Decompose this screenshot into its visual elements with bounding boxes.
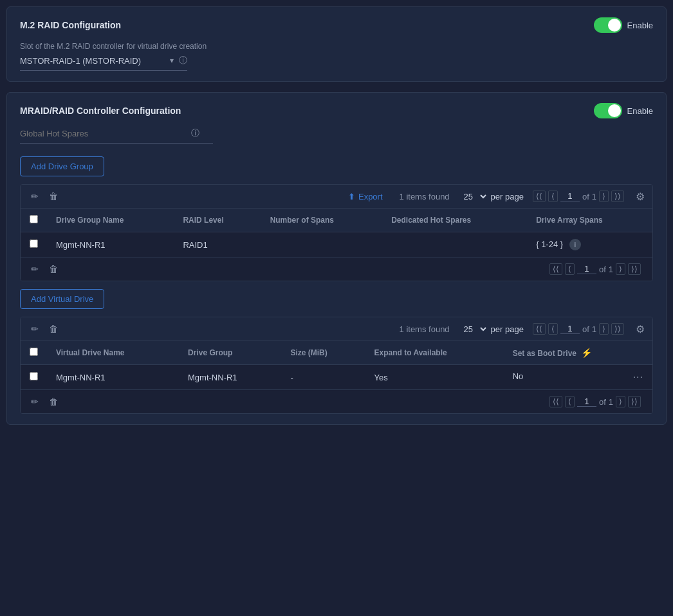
col-dedicated-hot-spares: Dedicated Hot Spares bbox=[382, 209, 527, 232]
virtual-drive-per-page-select[interactable]: 2550100 bbox=[461, 324, 488, 335]
vd-bottom-next-page[interactable]: ⟩ bbox=[616, 396, 625, 407]
vd-row-select[interactable] bbox=[30, 372, 38, 380]
drive-group-top-toolbar: ✏ 🗑 ⬆ Export 1 items found 2550100 per p… bbox=[21, 185, 652, 209]
m2-raid-section: M.2 RAID Configuration Enable Slot of th… bbox=[6, 6, 667, 82]
col-raid-level: RAID Level bbox=[174, 209, 261, 232]
vd-bottom-edit-icon[interactable]: ✏ bbox=[28, 395, 41, 408]
mraid-enable-label: Enable bbox=[627, 106, 653, 116]
export-label: Export bbox=[358, 192, 383, 201]
virtual-drive-settings-icon[interactable]: ⚙ bbox=[636, 323, 645, 335]
m2-enable-group: Enable bbox=[594, 17, 653, 33]
drive-group-row-select[interactable] bbox=[30, 239, 38, 248]
drive-group-edit-icon[interactable]: ✏ bbox=[28, 190, 41, 203]
vd-expand-cell: Yes bbox=[365, 365, 504, 390]
m2-section-title: M.2 RAID Configuration bbox=[20, 20, 121, 30]
virtual-drive-first-page[interactable]: ⟨⟨ bbox=[533, 323, 546, 335]
col-drive-array-spans: Drive Array Spans bbox=[527, 209, 652, 232]
vd-size-cell: - bbox=[281, 365, 365, 390]
virtual-drive-table-container: ✏ 🗑 1 items found 2550100 per page ⟨⟨ ⟨ … bbox=[20, 317, 653, 414]
drive-group-export-button[interactable]: ⬆ Export bbox=[343, 191, 388, 203]
global-hot-spares-group: ⓘ bbox=[20, 127, 653, 144]
drive-group-row-checkbox bbox=[21, 232, 47, 257]
vd-header-checkbox bbox=[21, 341, 47, 365]
drive-group-table: Drive Group Name RAID Level Number of Sp… bbox=[21, 209, 652, 257]
drive-group-raid-level-cell: RAID1 bbox=[174, 232, 261, 257]
virtual-drive-next-page[interactable]: ⟩ bbox=[599, 323, 609, 335]
vd-bottom-page-total: 1 bbox=[609, 397, 613, 407]
drive-group-page-total: 1 bbox=[592, 192, 596, 201]
vd-bottom-prev-page[interactable]: ⟨ bbox=[565, 396, 575, 407]
virtual-drive-pagination: ⟨⟨ ⟨ of 1 ⟩ ⟩⟩ bbox=[533, 323, 624, 335]
drive-group-delete-icon[interactable]: 🗑 bbox=[46, 190, 60, 203]
vd-drive-group-cell: Mgmt-NN-R1 bbox=[179, 365, 281, 390]
mraid-section: MRAID/RAID Controller Configuration Enab… bbox=[6, 92, 667, 425]
drive-group-bottom-next-page[interactable]: ⟩ bbox=[616, 263, 625, 275]
drive-group-dedicated-hot-spares-cell bbox=[382, 232, 527, 257]
drive-group-bottom-page-total: 1 bbox=[609, 265, 613, 274]
drive-group-bottom-delete-icon[interactable]: 🗑 bbox=[46, 263, 60, 275]
vd-select-all[interactable] bbox=[30, 348, 38, 356]
add-virtual-drive-button[interactable]: Add Virtual Drive bbox=[20, 289, 104, 309]
virtual-drive-header-row: Virtual Drive Name Drive Group Size (MiB… bbox=[21, 341, 652, 365]
add-drive-group-button[interactable]: Add Drive Group bbox=[20, 156, 104, 176]
vd-row-checkbox bbox=[21, 365, 47, 390]
drive-group-settings-icon[interactable]: ⚙ bbox=[636, 191, 645, 203]
virtual-drive-bottom-pagination: ⟨⟨ ⟨ of 1 ⟩ ⟩⟩ bbox=[549, 396, 641, 407]
drive-group-pagination: ⟨⟨ ⟨ of 1 ⟩ ⟩⟩ bbox=[533, 191, 624, 202]
col-vd-drive-group: Drive Group bbox=[179, 341, 281, 365]
drive-group-items-found: 1 items found bbox=[400, 192, 450, 201]
slot-select-field: MSTOR-RAID-1 (MSTOR-RAID) ▾ ⓘ bbox=[20, 55, 187, 71]
virtual-drive-per-page: 2550100 per page bbox=[461, 324, 524, 335]
global-hot-spares-info-icon[interactable]: ⓘ bbox=[191, 127, 199, 139]
virtual-drive-bottom-toolbar: ✏ 🗑 ⟨⟨ ⟨ of 1 ⟩ ⟩⟩ bbox=[21, 389, 652, 413]
vd-bottom-last-page[interactable]: ⟩⟩ bbox=[628, 396, 641, 407]
drive-group-prev-page[interactable]: ⟨ bbox=[548, 191, 558, 202]
drive-group-header-row: Drive Group Name RAID Level Number of Sp… bbox=[21, 209, 652, 232]
vd-bottom-of-label: of bbox=[599, 397, 606, 407]
drive-group-bottom-pagination: ⟨⟨ ⟨ of 1 ⟩ ⟩⟩ bbox=[549, 263, 641, 275]
col-vd-boot-drive: Set as Boot Drive ⚡ bbox=[504, 341, 652, 365]
vd-bottom-first-page[interactable]: ⟨⟨ bbox=[549, 396, 562, 407]
vd-name-cell[interactable]: Mgmt-NN-R1 bbox=[47, 365, 179, 390]
virtual-drive-prev-page[interactable]: ⟨ bbox=[548, 323, 558, 335]
col-drive-group-name: Drive Group Name bbox=[47, 209, 174, 232]
mraid-enable-toggle[interactable] bbox=[594, 103, 622, 118]
slot-info-icon[interactable]: ⓘ bbox=[179, 55, 187, 66]
m2-enable-toggle[interactable] bbox=[594, 17, 622, 33]
drive-group-last-page[interactable]: ⟩⟩ bbox=[611, 191, 624, 202]
drive-group-per-page: 2550100 per page bbox=[461, 191, 524, 202]
drive-group-num-spans-cell bbox=[261, 232, 383, 257]
col-vd-size: Size (MiB) bbox=[281, 341, 365, 365]
virtual-drive-of-label: of bbox=[582, 324, 589, 334]
slot-chevron-icon[interactable]: ▾ bbox=[170, 56, 174, 65]
mraid-section-title: MRAID/RAID Controller Configuration bbox=[20, 106, 181, 116]
virtual-drive-last-page[interactable]: ⟩⟩ bbox=[611, 323, 624, 335]
drive-group-select-all[interactable] bbox=[30, 215, 38, 223]
boot-drive-bolt-icon: ⚡ bbox=[581, 348, 592, 358]
global-hot-spares-input[interactable] bbox=[20, 129, 187, 138]
drive-group-page-input[interactable] bbox=[560, 191, 580, 201]
drive-group-first-page[interactable]: ⟨⟨ bbox=[533, 191, 546, 202]
drive-group-next-page[interactable]: ⟩ bbox=[599, 191, 609, 202]
virtual-drive-page-total: 1 bbox=[592, 324, 596, 334]
drive-group-bottom-edit-icon[interactable]: ✏ bbox=[28, 263, 41, 275]
m2-enable-label: Enable bbox=[627, 21, 653, 30]
drive-group-drive-array-spans-cell: { 1-24 } i bbox=[527, 232, 652, 257]
drive-array-spans-info-icon[interactable]: i bbox=[569, 239, 581, 250]
vd-row-actions-button[interactable]: ··· bbox=[633, 371, 643, 383]
global-hot-spares-field: ⓘ bbox=[20, 127, 213, 144]
drive-group-bottom-first-page[interactable]: ⟨⟨ bbox=[549, 263, 562, 275]
virtual-drive-edit-icon[interactable]: ✏ bbox=[28, 322, 41, 335]
drive-group-per-page-select[interactable]: 2550100 bbox=[461, 191, 488, 202]
slot-select-value: MSTOR-RAID-1 (MSTOR-RAID) bbox=[20, 56, 165, 66]
virtual-drive-delete-icon[interactable]: 🗑 bbox=[46, 322, 60, 335]
drive-group-bottom-prev-page[interactable]: ⟨ bbox=[565, 263, 575, 275]
drive-group-bottom-of-label: of bbox=[599, 265, 606, 274]
drive-group-bottom-page-input[interactable] bbox=[577, 264, 596, 274]
drive-group-name-cell[interactable]: Mgmt-NN-R1 bbox=[47, 232, 174, 257]
vd-bottom-delete-icon[interactable]: 🗑 bbox=[46, 395, 60, 408]
drive-group-bottom-last-page[interactable]: ⟩⟩ bbox=[628, 263, 641, 275]
virtual-drive-page-input[interactable] bbox=[560, 324, 580, 334]
vd-bottom-page-input[interactable] bbox=[577, 397, 596, 407]
table-row: Mgmt-NN-R1 Mgmt-NN-R1 - Yes No ··· bbox=[21, 365, 652, 390]
